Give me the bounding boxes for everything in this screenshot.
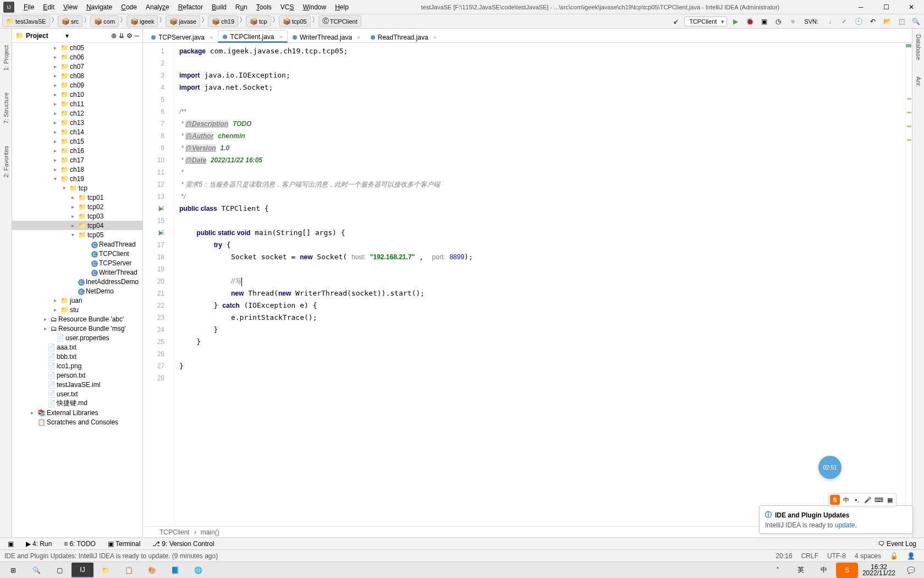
tree-item[interactable]: C TCPServer xyxy=(12,258,142,268)
vcs-toolwindow-tab[interactable]: ⎇ 9: Version Control xyxy=(149,540,217,548)
warning-marker[interactable] xyxy=(907,126,911,127)
breadcrumb-item[interactable]: 📦 com xyxy=(90,15,119,27)
locate-icon[interactable]: ⊕ xyxy=(111,32,117,40)
inspection-icon[interactable]: 👤 xyxy=(903,552,920,560)
close-tab-icon[interactable]: × xyxy=(279,34,283,40)
menu-help[interactable]: Help xyxy=(331,2,353,13)
chevron-down-icon[interactable]: ▾ xyxy=(65,32,69,40)
file-encoding[interactable]: UTF-8 xyxy=(823,552,850,560)
menu-view[interactable]: View xyxy=(59,2,81,13)
warning-marker[interactable] xyxy=(907,98,911,100)
warning-marker[interactable] xyxy=(907,139,911,141)
close-tab-icon[interactable]: × xyxy=(357,34,360,41)
editor-tab[interactable]: TCPClient.java× xyxy=(218,30,287,43)
coverage-button[interactable]: ▣ xyxy=(758,15,770,28)
tree-item[interactable]: ▸📁 ch15 xyxy=(12,137,142,146)
menu-code[interactable]: Code xyxy=(117,2,141,13)
taskbar-app-paint[interactable]: 🎨 xyxy=(141,563,163,578)
breadcrumb-item[interactable]: 📁 testJavaSE xyxy=(2,15,50,27)
ant-toolwindow-tab[interactable]: Ant xyxy=(915,77,922,86)
back-icon[interactable]: ↙ xyxy=(670,15,682,28)
stop-button[interactable]: ■ xyxy=(787,15,799,28)
taskbar-app-intellij[interactable]: IJ xyxy=(72,563,94,578)
breadcrumb-item[interactable]: 📦 src xyxy=(58,15,83,27)
taskbar-app-notes[interactable]: 📘 xyxy=(164,563,186,578)
tree-item[interactable]: ▸📁 tcp04 xyxy=(12,221,142,230)
tree-item[interactable]: 📄 ico1.png xyxy=(12,361,142,370)
tree-item[interactable]: ▸📁 ch17 xyxy=(12,155,142,165)
ime-punct-icon[interactable]: •, xyxy=(852,495,862,505)
favorites-toolwindow-tab[interactable]: 2: Favorites xyxy=(3,146,9,177)
crumb-class[interactable]: TCPClient xyxy=(160,528,190,536)
open-folder-icon[interactable]: 📂 xyxy=(881,15,893,28)
editor-tab[interactable]: ReadThread.java× xyxy=(366,31,442,43)
hide-icon[interactable]: ─ xyxy=(135,32,140,40)
tree-item[interactable]: ▾📁 tcp xyxy=(12,183,142,193)
breadcrumb-item[interactable]: 📦 ch19 xyxy=(208,15,238,27)
tool-window-toggle-icon[interactable]: ▣ xyxy=(4,540,17,548)
tree-item[interactable]: ▸📁 stu xyxy=(12,305,142,314)
tree-item[interactable]: ▸📁 ch16 xyxy=(12,146,142,155)
project-tree[interactable]: ▸📁 ch05▸📁 ch06▸📁 ch07▸📁 ch08▸📁 ch09▸📁 ch… xyxy=(12,43,142,537)
ime-lang-toggle[interactable]: 中 xyxy=(841,495,851,505)
sogou-icon[interactable]: S xyxy=(830,495,840,505)
search-everywhere-icon[interactable]: 🔍 xyxy=(910,15,922,28)
structure-toolwindow-tab[interactable]: 7: Structure xyxy=(3,92,9,124)
tree-item[interactable]: ▸📁 ch07 xyxy=(12,62,142,71)
menu-file[interactable]: File xyxy=(20,2,38,13)
menu-tools[interactable]: Tools xyxy=(252,2,276,13)
run-line-marker[interactable]: ▶ xyxy=(159,203,163,215)
tree-item[interactable]: 📄 testJavaSE.iml xyxy=(12,380,142,389)
tree-item[interactable]: C WriterThread xyxy=(12,268,142,277)
tray-sogou-icon[interactable]: S xyxy=(836,563,858,578)
breadcrumb-item[interactable]: 📦 igeek xyxy=(127,15,158,27)
menu-analyze[interactable]: Analyze xyxy=(142,2,173,13)
todo-toolwindow-tab[interactable]: ≡ 6: TODO xyxy=(61,540,99,548)
tree-item[interactable]: C ReadThread xyxy=(12,239,142,249)
profile-button[interactable]: ◷ xyxy=(772,15,784,28)
tree-item[interactable]: ▸📁 ch08 xyxy=(12,71,142,80)
tree-item[interactable]: ▸📁 juan xyxy=(12,296,142,305)
menu-build[interactable]: Build xyxy=(208,2,230,13)
gear-icon[interactable]: ⚙ xyxy=(127,32,133,40)
line-gutter[interactable]: 1234567891011121314▶1516▶171819202122232… xyxy=(143,43,175,526)
menu-navigate[interactable]: Navigate xyxy=(82,2,116,13)
start-button[interactable]: ⊞ xyxy=(2,563,24,578)
tree-item[interactable]: 📋 Scratches and Consoles xyxy=(12,417,142,427)
minimize-button[interactable]: ─ xyxy=(848,0,873,14)
editor-tab[interactable]: WriterThread.java× xyxy=(288,31,366,43)
tree-item[interactable]: ▸📁 ch12 xyxy=(12,108,142,118)
close-tab-icon[interactable]: × xyxy=(433,34,437,41)
menu-refactor[interactable]: Refactor xyxy=(174,2,207,13)
tray-clock[interactable]: 16:32 2022/11/22 xyxy=(859,564,899,576)
tree-item[interactable]: 📄 aaa.txt xyxy=(12,342,142,352)
tree-item[interactable]: ▸📁 ch10 xyxy=(12,90,142,99)
run-config-select[interactable]: TCPClient xyxy=(684,17,727,26)
tree-item[interactable]: 📄 user.properties xyxy=(12,333,142,342)
line-separator[interactable]: CRLF xyxy=(797,552,823,560)
terminal-toolwindow-tab[interactable]: ▣ Terminal xyxy=(105,540,144,548)
menu-window[interactable]: Window xyxy=(299,2,330,13)
tree-item[interactable]: ▸📁 ch05 xyxy=(12,43,142,52)
ime-menu-icon[interactable]: ▦ xyxy=(885,495,895,505)
event-log-tab[interactable]: 🗨 Event Log xyxy=(875,540,920,548)
maximize-button[interactable]: ☐ xyxy=(873,0,899,14)
recording-timer[interactable]: 02:51 xyxy=(818,456,842,479)
code-editor[interactable]: package com.igeek.javase.ch19.tcp.tcp05;… xyxy=(175,43,905,526)
editor-tab[interactable]: TCPServer.java× xyxy=(146,31,218,43)
tree-item[interactable]: C InetAddressDemo xyxy=(12,277,142,286)
menu-vcs[interactable]: VCS xyxy=(277,2,298,13)
vcs-revert-icon[interactable]: ↶ xyxy=(867,15,879,28)
ime-keyboard-icon[interactable]: ⌨ xyxy=(874,495,884,505)
run-line-marker[interactable]: ▶ xyxy=(159,227,163,239)
close-tab-icon[interactable]: × xyxy=(210,34,213,41)
breadcrumb-item[interactable]: 📦 tcp05 xyxy=(279,15,311,27)
warning-marker[interactable] xyxy=(907,112,911,113)
tree-item[interactable]: ▸📁 tcp01 xyxy=(12,193,142,202)
tree-item[interactable]: ▸📁 ch09 xyxy=(12,80,142,90)
collapse-icon[interactable]: ⇊ xyxy=(119,32,124,40)
error-stripe[interactable] xyxy=(905,43,912,526)
tree-item[interactable]: ▸📁 ch13 xyxy=(12,118,142,127)
tree-item[interactable]: ▸📁 ch18 xyxy=(12,165,142,174)
tray-notifications-icon[interactable]: 💬 xyxy=(900,563,922,578)
